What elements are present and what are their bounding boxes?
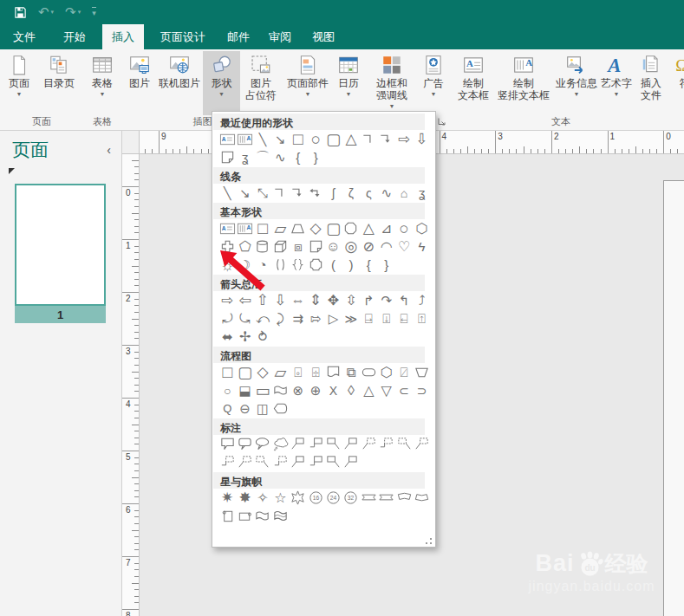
shape-lightning[interactable]: ϟ xyxy=(413,238,430,256)
ribbon-button-艺术字[interactable]: A艺术字▼ xyxy=(599,51,634,115)
shape-vertical-scroll[interactable] xyxy=(218,508,236,525)
shape-left-bracket[interactable]: ( xyxy=(324,256,342,274)
shape-line-callout-1-dashed[interactable] xyxy=(360,436,377,453)
shape-line-callout-7[interactable] xyxy=(324,454,342,471)
page-thumbnail-preview[interactable] xyxy=(15,184,106,306)
shape-rounded-rectangle[interactable]: ▢ xyxy=(324,131,342,148)
shape-cloud-callout[interactable] xyxy=(271,436,289,453)
shape-down-arrow[interactable]: ⇩ xyxy=(413,131,430,148)
ribbon-button-形状[interactable]: 形状▼ xyxy=(203,51,240,115)
shape-star-24-point[interactable]: 24 xyxy=(324,490,342,507)
shape-rounded-rectangle[interactable]: ▢ xyxy=(324,220,342,237)
shape-star-5-point[interactable]: ☆ xyxy=(271,490,289,507)
ribbon-button-绘制文本框[interactable]: A绘制 文本框 xyxy=(453,51,493,115)
shape-up-down-arrow[interactable]: ⇕ xyxy=(307,292,324,309)
shape-line-callout-6[interactable] xyxy=(307,454,324,471)
shape-star-16-point[interactable]: 16 xyxy=(307,490,324,507)
shape-curved-up-arrow[interactable]: ⤺ xyxy=(254,310,271,327)
tab-开始[interactable]: 开始 xyxy=(54,24,95,49)
shape-line-callout-3[interactable] xyxy=(324,436,342,453)
shape-oval[interactable]: ○ xyxy=(395,220,413,237)
shape-rectangle[interactable]: □ xyxy=(254,220,271,237)
shape-donut[interactable]: ◎ xyxy=(342,238,360,256)
shape-oval[interactable]: ○ xyxy=(307,131,324,148)
tab-邮件[interactable]: 邮件 xyxy=(218,24,259,49)
vertical-ruler[interactable]: 012345678 xyxy=(122,154,140,616)
shape-explosion-1[interactable]: ✷ xyxy=(218,490,236,507)
shape-oval-callout[interactable] xyxy=(254,436,271,453)
shape-display[interactable] xyxy=(271,400,289,418)
shape-multidocument[interactable]: ⧉ xyxy=(342,364,360,381)
dialog-launcher-button[interactable] xyxy=(436,117,446,127)
shape-heart[interactable]: ♡ xyxy=(395,238,413,256)
shape-right-brace[interactable]: } xyxy=(378,256,395,274)
customize-quick-access-button[interactable]: ▾ xyxy=(92,7,96,17)
shape-freeform[interactable]: ⌂ xyxy=(395,185,413,202)
ribbon-button-表格[interactable]: 表格▼ xyxy=(85,51,120,115)
shape-ribbon-down[interactable] xyxy=(378,490,395,507)
shape-u-turn-arrow[interactable]: ↷ xyxy=(378,292,395,309)
ribbon-button-绘制竖排文本框[interactable]: A绘制 竖排文本框 xyxy=(493,51,554,115)
tab-插入[interactable]: 插入 xyxy=(102,24,144,49)
shape-process[interactable]: □ xyxy=(218,364,236,381)
shape-curved-down-arrow[interactable]: ⤸ xyxy=(271,310,289,327)
page-thumbnail[interactable]: 1 xyxy=(15,184,106,323)
shape-curve[interactable]: ∿ xyxy=(271,149,289,166)
ribbon-button-页面[interactable]: 页面▼ xyxy=(2,51,36,115)
shape-collate[interactable]: Χ xyxy=(324,382,342,399)
shape-no-symbol[interactable]: ⊘ xyxy=(360,238,377,256)
shape-notched-right-arrow[interactable]: ⇰ xyxy=(307,310,324,327)
shape-stored-data[interactable]: ⊂ xyxy=(395,382,413,399)
shape-quad-arrow[interactable]: ✥ xyxy=(324,292,342,309)
shape-right-arrow[interactable]: ⇨ xyxy=(395,131,413,148)
shape-line-callout-8-dashed[interactable] xyxy=(271,454,289,471)
shape-scribble[interactable]: ʓ xyxy=(413,185,430,202)
shape-diamond[interactable]: ◇ xyxy=(307,220,324,237)
shape-summing-junction[interactable]: ⊗ xyxy=(290,382,307,399)
tab-视图[interactable]: 视图 xyxy=(303,24,344,49)
shape-left-right-arrow-callout[interactable]: ⬌ xyxy=(218,328,236,346)
shape-left-right-up-arrow[interactable]: ⇳ xyxy=(342,292,360,309)
shape-wave[interactable] xyxy=(254,508,271,525)
shape-off-page-connector[interactable]: ⬓ xyxy=(236,382,253,399)
shape-line-callout-2[interactable] xyxy=(307,436,324,453)
shape-terminator[interactable] xyxy=(360,364,377,381)
ribbon-button-日历[interactable]: 日历▼ xyxy=(330,51,367,115)
shape-card[interactable]: ▭ xyxy=(254,382,271,399)
shape-connector[interactable]: ○ xyxy=(218,382,236,399)
page-thumbnail-label[interactable]: 1 xyxy=(15,306,106,323)
shape-line[interactable]: ╲ xyxy=(254,131,271,148)
shape-plaque[interactable] xyxy=(307,256,324,274)
shape-extract[interactable]: △ xyxy=(360,382,377,399)
shape-line-callout-4-dashed[interactable] xyxy=(413,436,430,453)
shape-octagon[interactable] xyxy=(342,220,360,237)
shape-parallelogram[interactable]: ▱ xyxy=(271,220,289,237)
shape-snip-corner-rectangle[interactable] xyxy=(218,149,236,166)
shape-isosceles-triangle[interactable]: △ xyxy=(360,220,377,237)
shape-block-arc[interactable]: ◠ xyxy=(378,238,395,256)
shape-line-callout-5-dashed[interactable] xyxy=(218,454,236,471)
shape-hexagon[interactable]: ⬡ xyxy=(413,220,430,237)
shape-up-arrow-callout[interactable]: ⍐ xyxy=(413,310,430,327)
shape-manual-input[interactable]: ⍁ xyxy=(395,364,413,381)
shape-left-brace[interactable]: { xyxy=(290,149,307,166)
shape-elbow-connector[interactable] xyxy=(271,185,289,202)
shape-left-brace[interactable]: { xyxy=(360,256,377,274)
shape-horizontal-scroll[interactable] xyxy=(236,508,253,525)
shape-line-arrow[interactable]: ↘ xyxy=(236,185,253,202)
shape-line-callout-7-dashed[interactable] xyxy=(254,454,271,471)
shape-curved-ribbon-down[interactable] xyxy=(413,490,430,507)
shape-bent-arrow[interactable]: ↱ xyxy=(360,292,377,309)
shape-right-brace[interactable]: } xyxy=(307,149,324,166)
shape-right-bracket[interactable]: ) xyxy=(342,256,360,274)
ribbon-button-联机图片[interactable]: 联机图片 xyxy=(156,51,203,115)
tab-审阅[interactable]: 审阅 xyxy=(259,24,301,49)
ribbon-button-图片占位符[interactable]: 图片 占位符 xyxy=(240,51,282,115)
shape-star-32-point[interactable]: 32 xyxy=(342,490,360,507)
ribbon-button-目录页[interactable]: 目录页 xyxy=(36,51,81,115)
shape-line-callout-8[interactable] xyxy=(342,454,360,471)
shape-line[interactable]: ╲ xyxy=(218,185,236,202)
shape-rounded-rectangular-callout[interactable] xyxy=(236,436,253,453)
shape-document[interactable] xyxy=(324,364,342,381)
shape-or[interactable]: ⊕ xyxy=(307,382,324,399)
